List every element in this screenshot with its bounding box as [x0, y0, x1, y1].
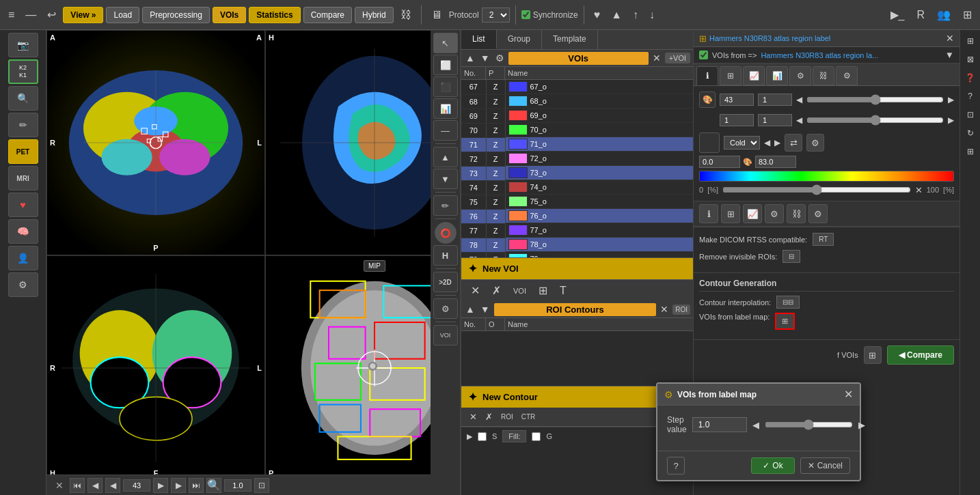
voi-table-row[interactable]: 79 Z 79_o	[461, 252, 693, 257]
zoom-input[interactable]	[224, 479, 251, 492]
preprocessing-button[interactable]: Preprocessing	[142, 7, 210, 23]
sidebar-heart-icon[interactable]: ♥	[8, 193, 38, 217]
sidebar-draw-icon[interactable]: ✏	[8, 113, 38, 137]
nav-first-btn[interactable]: ⏮	[70, 478, 85, 493]
g-checkbox[interactable]	[532, 432, 541, 441]
prop-tab-link[interactable]: ⛓	[813, 66, 834, 85]
sidebar-person-icon[interactable]: 👤	[8, 246, 38, 270]
far-right-icon1[interactable]: ⊞	[962, 33, 979, 49]
make-dicom-btn[interactable]: RT	[813, 233, 834, 246]
prop-left-arrow2[interactable]: ◀	[796, 115, 802, 125]
tab-template[interactable]: Template	[542, 30, 598, 49]
mid-2d-tool[interactable]: >2D	[433, 272, 458, 292]
minimize-icon[interactable]: —	[21, 8, 40, 23]
roi-add-btn[interactable]: ROI	[672, 305, 690, 315]
voi-add-btn[interactable]: +VOI	[665, 53, 690, 63]
voi-table-row[interactable]: 73 Z 73_o	[461, 166, 693, 180]
color-settings-btn[interactable]: ⚙	[806, 134, 824, 152]
remove-invisible-btn[interactable]: ⊟	[782, 250, 800, 263]
vois-from-checkbox[interactable]	[699, 51, 708, 59]
far-right-icon3[interactable]: ❓	[962, 70, 979, 86]
prop-val2-input[interactable]	[758, 94, 792, 106]
brain-view-sagittal[interactable]: H F	[265, 30, 431, 255]
voi-table-row[interactable]: 78 Z 78_o	[461, 238, 693, 252]
nv-text-btn[interactable]: T	[556, 283, 571, 298]
prop-swatch[interactable]: 🎨	[699, 91, 716, 108]
contour-interp-btn[interactable]: ⊟⊟	[776, 296, 800, 309]
far-right-icon6[interactable]: ↻	[962, 125, 979, 141]
mid-voi-tool[interactable]: VOI	[433, 325, 458, 345]
back-icon[interactable]: ↩	[43, 7, 60, 23]
far-right-icon7[interactable]: ⊞	[962, 143, 979, 160]
nc-close-btn[interactable]: ✕	[467, 410, 480, 423]
nv-close-btn[interactable]: ✕	[467, 283, 484, 298]
users-icon[interactable]: 👥	[933, 7, 955, 23]
load-button[interactable]: Load	[106, 7, 139, 23]
prop-val4-input[interactable]	[758, 114, 792, 126]
extra-settings-btn[interactable]: ⚙	[765, 204, 784, 223]
voi-table-row[interactable]: 77 Z 77_o	[461, 223, 693, 238]
prop-slider2[interactable]	[806, 115, 944, 126]
nav-prev2-btn[interactable]: ◀	[87, 478, 103, 493]
far-right-icon2[interactable]: ⊠	[962, 51, 979, 68]
voi-settings-btn[interactable]: ⚙	[494, 51, 506, 65]
mid-chart-tool[interactable]: 📊	[433, 98, 458, 119]
prop-left-arrow[interactable]: ◀	[796, 95, 802, 104]
color-swatch[interactable]	[699, 132, 720, 153]
prop-tab-table[interactable]: ⊞	[720, 66, 741, 85]
brain-view-mip[interactable]: MIP P P	[265, 255, 431, 481]
sidebar-settings-icon[interactable]: ⚙	[8, 272, 38, 297]
heart-icon[interactable]: ♥	[590, 8, 605, 23]
voi-table-row[interactable]: 72 Z 72_o	[461, 152, 693, 166]
sidebar-pet-icon[interactable]: PET	[8, 139, 38, 164]
range-slider[interactable]	[722, 184, 911, 195]
nc-roi-btn[interactable]: ROI	[498, 412, 516, 422]
compare-icon-btn[interactable]: ⊞	[864, 346, 882, 364]
modal-close-btn[interactable]: ✕	[844, 388, 853, 401]
voi-table-row[interactable]: 75 Z 75_o	[461, 195, 693, 209]
view-button[interactable]: View »	[63, 7, 103, 23]
nav-prev-btn[interactable]: ◀	[105, 478, 120, 493]
sidebar-search-icon[interactable]: 🔍	[8, 86, 38, 111]
modal-step-slider[interactable]	[765, 419, 853, 430]
protocol-select[interactable]: 2	[482, 8, 510, 23]
voi-label-map-btn[interactable]: ⊞	[775, 313, 795, 330]
down-icon[interactable]: ↓	[645, 8, 659, 23]
max-input[interactable]	[755, 156, 796, 168]
zoom-out-btn[interactable]: 🔍	[206, 478, 221, 493]
up-icon[interactable]: ▲	[607, 8, 626, 23]
voi-table-row[interactable]: 71 Z 71_o	[461, 137, 693, 152]
mid-select-tool[interactable]: ↖	[433, 33, 458, 53]
modal-slider-left-btn[interactable]: ◀	[752, 420, 759, 430]
menu-icon[interactable]: ≡	[4, 8, 18, 23]
terminal-icon[interactable]: ▶_	[886, 7, 909, 23]
nav-next2-btn[interactable]: ▶	[171, 478, 186, 493]
far-right-icon4[interactable]: ?	[962, 88, 979, 104]
mid-gear-tool[interactable]: ⚙	[433, 298, 458, 319]
brain-view-axial[interactable]: A A R L P	[46, 30, 265, 255]
prop-tab-bar[interactable]: 📊	[766, 66, 788, 85]
extra-chart-btn[interactable]: 📈	[743, 204, 762, 223]
sidebar-brain-icon[interactable]: 🧠	[8, 219, 38, 244]
prop-val1-input[interactable]	[720, 94, 754, 106]
nav-last-btn[interactable]: ⏭	[189, 478, 204, 493]
sidebar-camera-icon[interactable]: 📷	[8, 33, 38, 57]
fullscreen-icon[interactable]: ⊞	[959, 7, 976, 23]
mid-up-btn[interactable]: ▲	[433, 147, 458, 167]
roi-sort-up-btn[interactable]: ▲	[464, 302, 476, 316]
color-invert-btn[interactable]: ⇄	[785, 134, 802, 152]
extra-table-btn[interactable]: ⊞	[721, 204, 740, 223]
roi-scroll-area[interactable]	[461, 331, 693, 386]
frame-input[interactable]	[123, 479, 150, 492]
nv-grid-btn[interactable]: ⊞	[534, 283, 552, 298]
nav-next-btn[interactable]: ▶	[153, 478, 168, 493]
extra-settings2-btn[interactable]: ⚙	[808, 204, 828, 223]
nc-cross-btn[interactable]: ✗	[482, 410, 495, 423]
new-voi-bar[interactable]: ✦ New VOI	[461, 257, 693, 279]
r-icon[interactable]: R	[912, 8, 929, 23]
voi-table-row[interactable]: 74 Z 74_o	[461, 180, 693, 195]
modal-help-btn[interactable]: ?	[667, 457, 685, 475]
range-close-btn[interactable]: ✕	[915, 185, 923, 195]
s-checkbox[interactable]	[478, 432, 487, 441]
mid-square-tool[interactable]: ⬛	[433, 76, 458, 97]
